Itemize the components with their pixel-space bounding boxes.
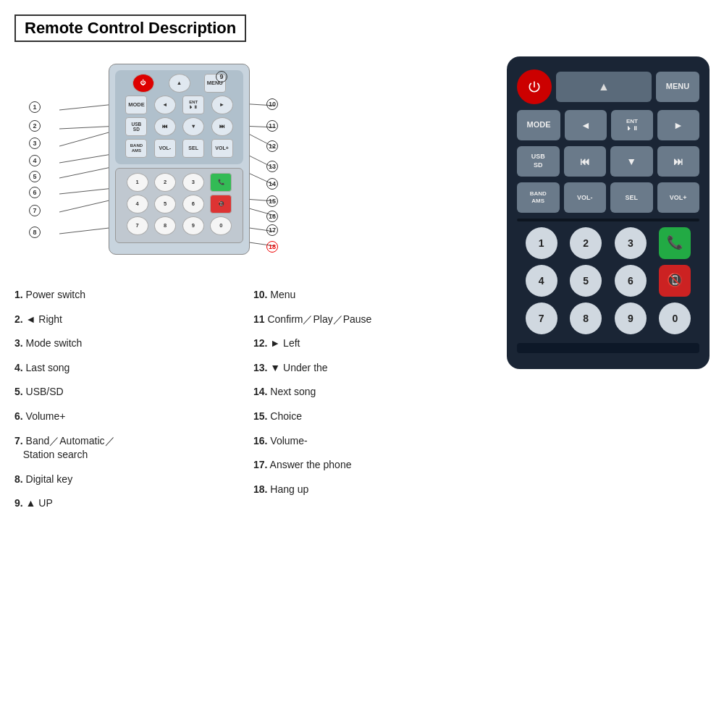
real-remote: ▲ MENU MODE ◄ ENT⏵⏸ ► USBSD ⏮ ▼ ⏭ BANDAM… [507, 56, 710, 369]
real-up-btn[interactable]: ▲ [556, 72, 652, 102]
real-ent-btn[interactable]: ENT⏵⏸ [611, 110, 653, 140]
descriptions-section: 1. Power switch 2. ◄ Right 3. Mode switc… [14, 288, 492, 521]
real-row-7: 7 8 9 0 [517, 302, 699, 334]
desc-6: 6. Volume+ [14, 410, 253, 424]
real-down-btn[interactable]: ▼ [610, 146, 653, 177]
real-row-3: USBSD ⏮ ▼ ⏭ [517, 146, 699, 177]
real-power-btn[interactable] [517, 69, 552, 104]
real-num3[interactable]: 3 [615, 227, 647, 259]
callout-11: 11 [266, 120, 278, 132]
diagram-num4: 4 [127, 195, 148, 213]
desc-18: 18. Hang up [253, 483, 492, 497]
real-band-btn[interactable]: BANDAMS [517, 182, 560, 213]
diagram-volplus-btn: VOL+ [211, 139, 233, 158]
diagram-band-btn: BANDAMS [125, 139, 147, 158]
diagram-right-btn: ► [211, 96, 233, 114]
callout-9: 9 [216, 71, 227, 82]
diagram-num1: 1 [127, 173, 148, 192]
callout-15: 15 [266, 195, 278, 207]
callout-6: 6 [29, 187, 41, 198]
diagram-power-btn: ⏻ [132, 74, 154, 93]
callout-4: 4 [29, 155, 41, 166]
diagram-prev-btn: ⏮ [154, 117, 176, 136]
diagram-down-btn: ▼ [182, 117, 204, 136]
diagram-num7: 7 [127, 216, 148, 235]
desc-12: 12. ► Left [253, 337, 492, 351]
callout-14: 14 [266, 178, 278, 190]
callout-1: 1 [29, 101, 41, 113]
real-num4[interactable]: 4 [526, 265, 557, 297]
desc-15: 15. Choice [253, 410, 492, 424]
ir-window [517, 343, 699, 353]
diagram-num9: 9 [182, 216, 204, 235]
real-num0[interactable]: 0 [659, 302, 691, 334]
desc-3: 3. Mode switch [14, 337, 253, 351]
desc-5: 5. USB/SD [14, 385, 253, 399]
desc-1: 1. Power switch [14, 288, 253, 302]
real-num7[interactable]: 7 [526, 302, 557, 334]
diagram-num0: 0 [210, 216, 232, 235]
desc-7: 7. Band／Automatic／ Station search [14, 434, 253, 462]
diagram-left-btn: ◄ [154, 96, 176, 114]
real-volminus-btn[interactable]: VOL- [564, 182, 607, 213]
diagram-mode-btn: MODE [125, 96, 147, 114]
real-sel-btn[interactable]: SEL [610, 182, 653, 213]
real-left-btn[interactable]: ◄ [565, 110, 607, 140]
real-num6[interactable]: 6 [615, 265, 647, 297]
diagram-up-btn: ▲ [169, 74, 190, 93]
real-num9[interactable]: 9 [615, 302, 647, 334]
diagram-num8: 8 [154, 216, 176, 235]
descriptions-right: 10. Menu 11 Confirm／Play／Pause 12. ► Lef… [253, 288, 492, 521]
callout-18: 18 [266, 241, 278, 253]
real-row-2: MODE ◄ ENT⏵⏸ ► [517, 110, 699, 140]
real-num1[interactable]: 1 [526, 227, 557, 259]
diagram-num5: 5 [154, 195, 176, 213]
diagram-answer-btn: 📞 [210, 173, 232, 192]
real-row-6: 4 5 6 📵 [517, 265, 699, 297]
real-prev-btn[interactable]: ⏮ [564, 146, 607, 177]
callout-17: 17 [266, 224, 278, 236]
callout-10: 10 [266, 98, 278, 110]
descriptions-left: 1. Power switch 2. ◄ Right 3. Mode switc… [14, 288, 253, 521]
callout-13: 13 [266, 161, 278, 172]
callout-2: 2 [29, 120, 41, 132]
desc-16: 16. Volume- [253, 434, 492, 449]
callout-5: 5 [29, 171, 41, 182]
real-num5[interactable]: 5 [570, 265, 602, 297]
diagram-num3: 3 [182, 173, 204, 192]
desc-17: 17. Answer the phone [253, 458, 492, 473]
callout-8: 8 [29, 227, 41, 238]
real-num8[interactable]: 8 [570, 302, 602, 334]
desc-4: 4. Last song [14, 361, 253, 376]
diagram-num2: 2 [154, 173, 176, 192]
diagram-num6: 6 [182, 195, 204, 213]
callout-16: 16 [266, 211, 278, 222]
real-row-4: BANDAMS VOL- SEL VOL+ [517, 182, 699, 213]
desc-14: 14. Next song [253, 385, 492, 399]
diagram-hangup-btn: 📵 [210, 195, 232, 213]
desc-10: 10. Menu [253, 288, 492, 302]
desc-9: 9. ▲ UP [14, 496, 253, 511]
real-mode-btn[interactable]: MODE [517, 110, 560, 140]
diagram-area: ⏻ ▲ MENU MODE ◄ ENT⏵⏸ ► USBSD ⏮ [14, 56, 340, 281]
desc-13: 13. ▼ Under the [253, 361, 492, 376]
real-volplus-btn[interactable]: VOL+ [657, 182, 700, 213]
diagram-sel-btn: SEL [182, 139, 204, 158]
desc-11: 11 Confirm／Play／Pause [253, 313, 492, 327]
diagram-ent-btn: ENT⏵⏸ [182, 96, 204, 114]
real-ffwd-btn[interactable]: ⏭ [657, 146, 700, 177]
real-hangup-btn[interactable]: 📵 [659, 265, 691, 297]
callout-7: 7 [29, 205, 41, 216]
remote-diagram: ⏻ ▲ MENU MODE ◄ ENT⏵⏸ ► USBSD ⏮ [109, 64, 250, 255]
real-answer-btn[interactable]: 📞 [659, 227, 691, 259]
divider [517, 219, 699, 221]
real-menu-btn[interactable]: MENU [656, 72, 699, 102]
real-row-5: 1 2 3 📞 [517, 227, 699, 259]
desc-8: 8. Digital key [14, 473, 253, 487]
real-right-btn[interactable]: ► [657, 110, 699, 140]
real-usbsd-btn[interactable]: USBSD [517, 146, 560, 177]
callout-12: 12 [266, 140, 278, 152]
diagram-usbsd-btn: USBSD [125, 117, 147, 136]
real-num2[interactable]: 2 [570, 227, 602, 259]
callout-3: 3 [29, 137, 41, 149]
